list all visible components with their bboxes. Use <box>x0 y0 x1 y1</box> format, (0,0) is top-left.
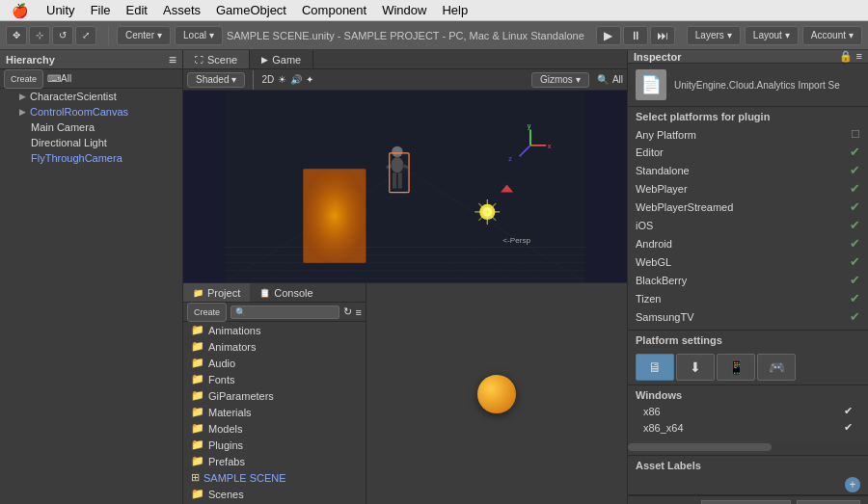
list-item[interactable]: 📁Prefabs <box>183 453 366 469</box>
platform-webplayer-check[interactable]: ✔ <box>850 181 860 196</box>
platform-icon-mobile[interactable]: 📱 <box>717 354 755 381</box>
platform-settings-label: Platform settings <box>628 330 868 350</box>
hierarchy-all-label: ⌨All <box>47 73 71 84</box>
svg-rect-0 <box>225 91 585 282</box>
list-item[interactable]: 📁Models <box>183 420 366 437</box>
platform-editor-check[interactable]: ✔ <box>850 145 860 159</box>
unity-icon: ⊞ <box>191 471 200 484</box>
hand-tool[interactable]: ✥ <box>6 26 27 45</box>
inspector-lock-icon[interactable]: 🔒 <box>839 50 853 63</box>
local-dropdown[interactable]: Local ▾ <box>175 26 223 45</box>
search-icon: 🔍 <box>235 307 246 317</box>
platform-ios-check[interactable]: ✔ <box>850 218 860 232</box>
scene-view[interactable]: x y z <-Persp <box>183 91 627 282</box>
project-search-input[interactable]: 🔍 <box>231 305 339 319</box>
step-button[interactable]: ⏭ <box>650 26 675 45</box>
list-item-sample-scene[interactable]: ⊞SAMPLE SCENE <box>183 469 366 486</box>
menu-gameobject[interactable]: GameObject <box>208 0 294 21</box>
list-item[interactable]: 📁Materials <box>183 404 366 420</box>
list-item[interactable]: 📁Animations <box>183 322 366 338</box>
project-console-panel: 📁 Project 📋 Console Create 🔍 ↻ ≡ <box>183 283 366 504</box>
menu-assets[interactable]: Assets <box>155 0 208 21</box>
apple-menu[interactable]: 🍎 <box>0 3 39 18</box>
platform-row: SamsungTV ✔ <box>636 307 860 326</box>
platform-tizen-check[interactable]: ✔ <box>850 291 860 305</box>
account-dropdown[interactable]: Account▾ <box>802 26 862 45</box>
windows-x86_64-row: x86_x64 ✔ <box>636 419 860 436</box>
platform-android-check[interactable]: ✔ <box>850 236 860 251</box>
list-item[interactable]: 📁GiParameters <box>183 387 366 404</box>
layout-dropdown[interactable]: Layout▾ <box>745 26 799 45</box>
list-item[interactable]: 📁Scenes <box>183 486 366 502</box>
hierarchy-item-maincamera[interactable]: Main Camera <box>0 119 182 135</box>
menu-bar: 🍎 Unity File Edit Assets GameObject Comp… <box>0 0 868 21</box>
move-tool[interactable]: ⊹ <box>29 26 50 45</box>
center-dropdown[interactable]: Center ▾ <box>117 26 171 45</box>
menu-window[interactable]: Window <box>374 0 434 21</box>
arrow-icon: ▶ <box>19 107 26 117</box>
platform-standalone-check[interactable]: ✔ <box>850 163 860 177</box>
fx-icon[interactable]: ✦ <box>306 74 313 85</box>
platform-webplayerstreamed-check[interactable]: ✔ <box>850 199 860 214</box>
folder-icon: 📁 <box>191 438 204 451</box>
hierarchy-create-button[interactable]: Create <box>4 69 43 89</box>
menu-file[interactable]: File <box>83 0 119 21</box>
hierarchy-item-flycamera[interactable]: FlyThroughCamera <box>0 150 182 166</box>
menu-edit[interactable]: Edit <box>119 0 155 21</box>
project-refresh-icon[interactable]: ↻ <box>343 305 352 318</box>
asset-labels-add-button[interactable]: + <box>845 477 860 492</box>
menu-unity[interactable]: Unity <box>39 0 83 21</box>
svg-text:y: y <box>528 121 531 130</box>
play-button[interactable]: ▶ <box>596 26 621 45</box>
bottom-panel: 📁 Project 📋 Console Create 🔍 ↻ ≡ <box>183 282 627 504</box>
list-item[interactable]: 📁Plugins <box>183 437 366 453</box>
svg-text:z: z <box>508 154 512 163</box>
2d-label[interactable]: 2D <box>261 74 274 85</box>
project-tabs: 📁 Project 📋 Console <box>183 283 366 303</box>
list-item[interactable]: 📁Animators <box>183 338 366 355</box>
platform-webgl-check[interactable]: ✔ <box>850 254 860 269</box>
right-toolbar: Layers▾ Layout▾ Account▾ <box>687 26 862 45</box>
asset-name: UnityEngine.Cloud.Analytics Import Se <box>674 80 860 91</box>
list-item[interactable]: 📁Audio <box>183 355 366 371</box>
tab-console[interactable]: 📋 Console <box>250 283 322 302</box>
list-item[interactable]: 📁Fonts <box>183 371 366 387</box>
sound-icon[interactable]: 🔊 <box>290 74 302 85</box>
windows-x86-row: x86 ✔ <box>636 403 860 419</box>
hierarchy-item-character[interactable]: ▶ CharacterScientist <box>0 89 182 104</box>
project-create-button[interactable]: Create <box>187 303 227 322</box>
platform-icon-gamepad[interactable]: 🎮 <box>757 354 796 381</box>
tab-scene[interactable]: ⛶ Scene <box>183 50 250 68</box>
platform-any-check[interactable]: ☐ <box>851 128 860 141</box>
hierarchy-item-canvas[interactable]: ▶ ControlRoomCanvas <box>0 104 182 119</box>
platform-icon-download[interactable]: ⬇ <box>676 354 715 381</box>
folder-icon: 📁 <box>191 357 204 369</box>
project-settings-icon[interactable]: ≡ <box>356 306 362 318</box>
platform-samsungtv-check[interactable]: ✔ <box>850 309 860 324</box>
platform-ios-label: iOS <box>636 220 653 231</box>
scale-tool[interactable]: ⤢ <box>75 26 96 45</box>
tab-game[interactable]: ▶ Game <box>250 50 313 68</box>
platform-blackberry-check[interactable]: ✔ <box>850 273 860 287</box>
platform-icons: 🖥 ⬇ 📱 🎮 <box>628 350 868 385</box>
menu-component[interactable]: Component <box>294 0 374 21</box>
platform-icon-windows[interactable]: 🖥 <box>636 354 674 381</box>
sun-icon[interactable]: ☀ <box>278 74 286 85</box>
hierarchy-item-light[interactable]: Directional Light <box>0 135 182 150</box>
asset-bundle-select[interactable]: None <box>701 500 791 504</box>
shaded-dropdown[interactable]: Shaded▾ <box>187 72 245 88</box>
menu-help[interactable]: Help <box>434 0 475 21</box>
gizmos-dropdown[interactable]: Gizmos▾ <box>531 72 589 88</box>
windows-x86_64-check[interactable]: ✔ <box>844 421 853 434</box>
rotate-tool[interactable]: ↺ <box>52 26 73 45</box>
scene-search-icon[interactable]: 🔍 <box>597 74 609 85</box>
pause-button[interactable]: ⏸ <box>623 26 648 45</box>
inspector-menu-icon[interactable]: ≡ <box>856 50 862 63</box>
windows-label: Windows <box>636 389 860 401</box>
layers-dropdown[interactable]: Layers▾ <box>687 26 741 45</box>
inspector-scrollbar-thumb[interactable] <box>628 443 772 451</box>
hierarchy-menu-icon[interactable]: ≡ <box>169 52 176 67</box>
tab-project[interactable]: 📁 Project <box>183 283 250 302</box>
asset-bundle-variant-select[interactable]: None <box>797 500 860 504</box>
windows-x86-check[interactable]: ✔ <box>844 405 853 417</box>
